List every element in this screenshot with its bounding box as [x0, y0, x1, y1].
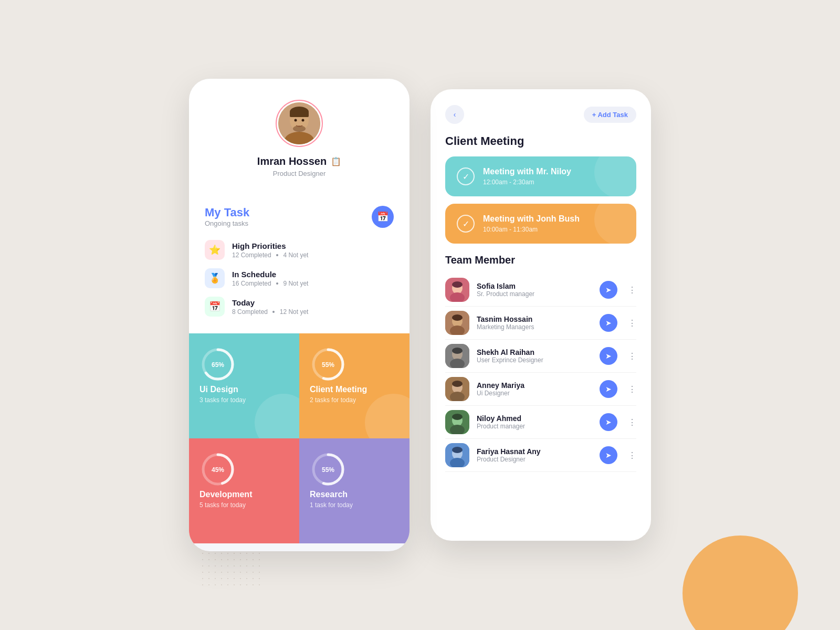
- team-member-anney: Anney Mariya Ui Designer ➤ ⋮: [445, 373, 636, 406]
- progress-circle-ui: 65%: [200, 346, 236, 383]
- card-client-meeting[interactable]: 55% Client Meeting 2 tasks for today: [299, 333, 410, 438]
- meeting-card-niloy[interactable]: ✓ Meeting with Mr. Niloy 12:00am - 2:30a…: [445, 156, 636, 196]
- send-button-niloy[interactable]: ➤: [600, 413, 617, 431]
- right-header: ‹ + Add Task: [445, 105, 636, 124]
- member-info-shekh: Shekh Al Raihan User Exprince Designer: [477, 348, 592, 364]
- team-section: Team Member Sofia Islam Sr. Product mana…: [445, 254, 636, 472]
- task-item-info-3: Today 8 Completed 12 Not yet: [232, 298, 308, 316]
- svg-text:55%: 55%: [322, 361, 334, 369]
- team-member-tasnim: Tasnim Hossain Marketing Managers ➤ ⋮: [445, 307, 636, 340]
- dot-separator: [276, 254, 278, 256]
- user-name: Imran Hossen: [257, 155, 327, 167]
- my-task-header: My Task Ongoing tasks 📅: [205, 206, 394, 238]
- card-development[interactable]: 45% Development 5 tasks for today: [189, 438, 299, 543]
- today-badge: 📅: [205, 297, 225, 317]
- card-title-research: Research: [310, 490, 399, 499]
- my-task-title: My Task: [205, 206, 249, 219]
- member-role-sofia: Sr. Product manager: [477, 290, 592, 298]
- team-title: Team Member: [445, 254, 636, 266]
- task-label-schedule: In Schedule: [232, 270, 308, 279]
- schedule-completed: 16 Completed: [232, 280, 271, 287]
- card-sub-dev: 5 tasks for today: [200, 501, 289, 509]
- avatar-sofia: [445, 278, 469, 302]
- svg-text:45%: 45%: [212, 466, 224, 474]
- high-completed: 12 Completed: [232, 251, 271, 259]
- more-menu-sofia[interactable]: ⋮: [628, 285, 636, 295]
- svg-point-43: [452, 447, 463, 453]
- in-schedule-badge: 🏅: [205, 268, 225, 288]
- avatar-tasnim: [445, 311, 469, 335]
- task-item-high-priorities: ⭐ High Priorities 12 Completed 4 Not yet: [205, 240, 394, 260]
- meeting-card-bush[interactable]: ✓ Meeting with Jonh Bush 10:00am - 11:30…: [445, 204, 636, 244]
- project-cards-grid: 65% Ui Design 3 tasks for today 55% Clie…: [189, 333, 410, 543]
- schedule-not-yet: 9 Not yet: [283, 280, 308, 287]
- more-menu-shekh[interactable]: ⋮: [628, 351, 636, 361]
- card-research[interactable]: 55% Research 1 task for today: [299, 438, 410, 543]
- more-menu-tasnim[interactable]: ⋮: [628, 318, 636, 328]
- progress-circle-dev: 45%: [200, 451, 236, 488]
- task-item-today: 📅 Today 8 Completed 12 Not yet: [205, 297, 394, 317]
- dot-separator-2: [276, 282, 278, 285]
- card-title-client: Client Meeting: [310, 385, 399, 394]
- edit-icon[interactable]: 📋: [331, 156, 341, 166]
- client-meeting-title: Client Meeting: [445, 134, 636, 148]
- avatar-anney: [445, 377, 469, 401]
- user-role: Product Designer: [273, 170, 326, 177]
- member-name-sofia: Sofia Islam: [477, 282, 592, 290]
- progress-circle-research: 55%: [310, 451, 346, 488]
- member-role-shekh: User Exprince Designer: [477, 356, 592, 364]
- more-menu-anney[interactable]: ⋮: [628, 384, 636, 394]
- svg-point-35: [452, 381, 463, 387]
- screens-container: Imran Hossen 📋 Product Designer My Task …: [189, 79, 651, 551]
- avatar-ring: [276, 100, 323, 147]
- add-task-button[interactable]: + Add Task: [584, 107, 636, 123]
- more-menu-fariya[interactable]: ⋮: [628, 450, 636, 460]
- send-button-sofia[interactable]: ➤: [600, 281, 617, 299]
- my-task-section: My Task Ongoing tasks 📅 ⭐ High Prioritie…: [189, 193, 410, 333]
- member-name-tasnim: Tasnim Hossain: [477, 315, 592, 323]
- svg-point-23: [452, 281, 463, 288]
- high-not-yet: 4 Not yet: [283, 251, 308, 259]
- card-sub-research: 1 task for today: [310, 501, 399, 509]
- task-item-info-2: In Schedule 16 Completed 9 Not yet: [232, 270, 308, 287]
- send-button-tasnim[interactable]: ➤: [600, 314, 617, 332]
- member-name-niloy: Niloy Ahmed: [477, 414, 592, 423]
- back-button[interactable]: ‹: [445, 105, 464, 124]
- task-calendar-button[interactable]: 📅: [372, 206, 394, 228]
- meeting-check-icon-2: ✓: [457, 215, 475, 233]
- svg-text:55%: 55%: [322, 466, 334, 474]
- send-button-anney[interactable]: ➤: [600, 380, 617, 398]
- task-meta-schedule: 16 Completed 9 Not yet: [232, 280, 308, 287]
- send-button-shekh[interactable]: ➤: [600, 347, 617, 365]
- profile-section: Imran Hossen 📋 Product Designer: [189, 79, 410, 193]
- background-circle: [682, 536, 798, 630]
- svg-point-6: [302, 119, 304, 122]
- member-role-fariya: Product Designer: [477, 456, 592, 463]
- member-role-anney: Ui Designer: [477, 390, 592, 397]
- meeting-bg-deco-2: [594, 204, 636, 244]
- card-title-ui: Ui Design: [200, 385, 289, 394]
- member-info-niloy: Niloy Ahmed Product manager: [477, 414, 592, 430]
- member-role-niloy: Product manager: [477, 423, 592, 430]
- meeting-check-icon: ✓: [457, 167, 475, 185]
- more-menu-niloy[interactable]: ⋮: [628, 417, 636, 427]
- svg-point-39: [452, 414, 463, 420]
- team-member-fariya: Fariya Hasnat Any Product Designer ➤ ⋮: [445, 439, 636, 472]
- member-name-shekh: Shekh Al Raihan: [477, 348, 592, 356]
- avatar-shekh: [445, 344, 469, 368]
- svg-rect-4: [290, 112, 309, 117]
- member-info-fariya: Fariya Hasnat Any Product Designer: [477, 447, 592, 463]
- team-member-sofia: Sofia Islam Sr. Product manager ➤ ⋮: [445, 274, 636, 307]
- team-member-niloy: Niloy Ahmed Product manager ➤ ⋮: [445, 406, 636, 439]
- high-priorities-badge: ⭐: [205, 240, 225, 260]
- member-name-anney: Anney Mariya: [477, 381, 592, 390]
- today-not-yet: 12 Not yet: [280, 308, 309, 316]
- dot-separator-3: [272, 311, 275, 313]
- member-name-fariya: Fariya Hasnat Any: [477, 447, 592, 456]
- card-ui-design[interactable]: 65% Ui Design 3 tasks for today: [189, 333, 299, 438]
- send-button-fariya[interactable]: ➤: [600, 446, 617, 464]
- svg-text:65%: 65%: [212, 361, 224, 369]
- task-item-in-schedule: 🏅 In Schedule 16 Completed 9 Not yet: [205, 268, 394, 288]
- meeting-bg-deco: [594, 156, 636, 196]
- task-label-today: Today: [232, 298, 308, 307]
